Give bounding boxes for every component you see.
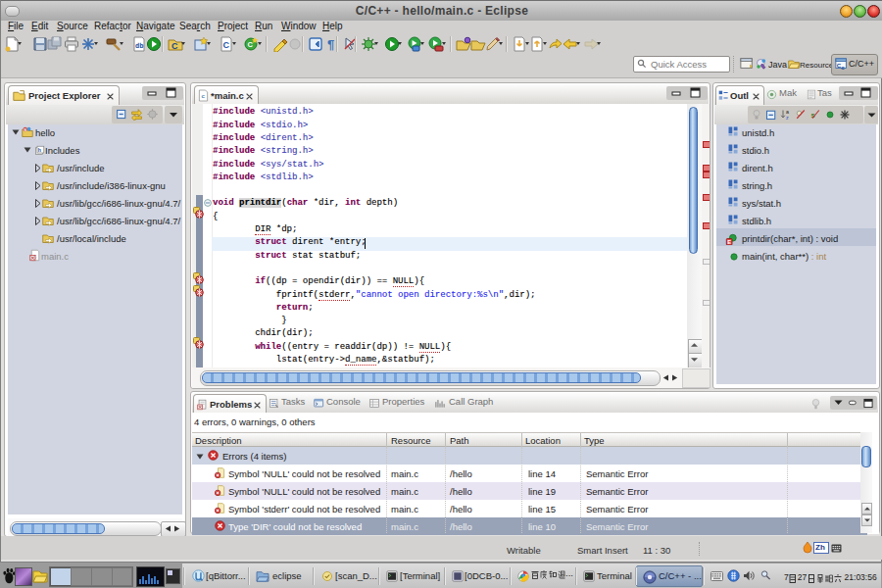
svg-text:db: db: [135, 42, 143, 50]
svg-text:c: c: [201, 92, 205, 99]
svg-text:E: E: [727, 239, 731, 245]
svg-text:a: a: [786, 109, 789, 115]
svg-text:h: h: [38, 147, 41, 153]
svg-text:C: C: [172, 41, 178, 51]
svg-text:c: c: [841, 64, 845, 71]
svg-text:C: C: [248, 40, 254, 49]
svg-text:z: z: [786, 115, 789, 121]
svg-text:¶: ¶: [327, 37, 334, 52]
svg-text:S: S: [24, 127, 26, 132]
svg-text:C: C: [223, 40, 230, 50]
